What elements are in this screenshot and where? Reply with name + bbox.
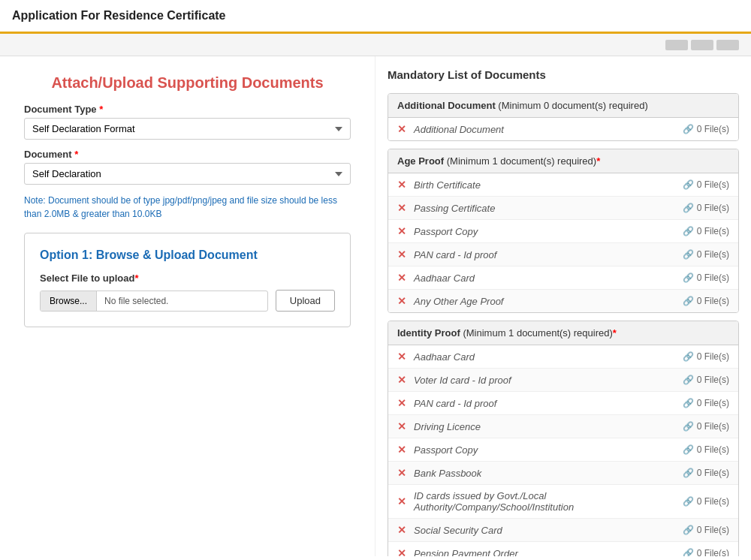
table-row: ✕ Passing Certificate 🔗 0 File(s): [388, 197, 738, 220]
paperclip-icon: 🔗: [683, 179, 694, 190]
doc-name: Any Other Age Proof: [414, 296, 683, 307]
doc-section-2: Identity Proof (Minimum 1 document(s) re…: [388, 321, 739, 556]
paperclip-icon: 🔗: [683, 296, 694, 306]
cross-icon: ✕: [397, 248, 406, 260]
table-row: ✕ Additional Document 🔗 0 File(s): [388, 118, 738, 140]
cross-icon: ✕: [397, 495, 406, 507]
table-row: ✕ ID cards issued by Govt./Local Authori…: [388, 485, 738, 519]
table-row: ✕ Bank Passbook 🔗 0 File(s): [388, 462, 738, 485]
doc-name: PAN card - Id proof: [414, 249, 683, 260]
cross-icon: ✕: [397, 420, 406, 432]
cross-icon: ✕: [397, 202, 406, 214]
upload-button[interactable]: Upload: [276, 290, 335, 312]
note-text: Note: Document should be of type jpg/pdf…: [24, 194, 351, 221]
document-select[interactable]: Self Declaration Other: [24, 163, 351, 185]
file-count: 🔗 0 File(s): [683, 249, 729, 260]
browse-area: Browse... No file selected.: [40, 291, 268, 312]
table-row: ✕ Passport Copy 🔗 0 File(s): [388, 438, 738, 462]
cross-icon: ✕: [397, 123, 406, 135]
document-type-required: *: [99, 104, 103, 115]
file-count: 🔗 0 File(s): [683, 351, 729, 362]
doc-section-1: Age Proof (Minimum 1 document(s) require…: [388, 149, 739, 313]
table-row: ✕ Passport Copy 🔗 0 File(s): [388, 220, 738, 243]
file-count: 🔗 0 File(s): [683, 203, 729, 213]
doc-name: Bank Passbook: [414, 468, 683, 479]
table-row: ✕ PAN card - Id proof 🔗 0 File(s): [388, 243, 738, 266]
right-panel: Mandatory List of Documents Additional D…: [376, 56, 751, 556]
browse-button[interactable]: Browse...: [41, 291, 97, 311]
table-row: ✕ Driving Licence 🔗 0 File(s): [388, 415, 738, 438]
table-row: ✕ Any Other Age Proof 🔗 0 File(s): [388, 290, 738, 312]
file-count: 🔗 0 File(s): [683, 496, 729, 507]
doc-name: Driving Licence: [414, 421, 683, 432]
paperclip-icon: 🔗: [683, 124, 694, 134]
scroll-indicator-2: [691, 40, 713, 50]
upload-box: Option 1: Browse & Upload Document Selec…: [24, 233, 351, 327]
doc-name: Passport Copy: [414, 444, 683, 456]
file-count: 🔗 0 File(s): [683, 296, 729, 306]
doc-name: Passing Certificate: [414, 203, 683, 214]
page-title: Application For Residence Certificate: [12, 9, 739, 23]
main-content: Attach/Upload Supporting Documents Docum…: [0, 56, 751, 556]
document-group: Document * Self Declaration Other: [24, 149, 351, 185]
left-panel: Attach/Upload Supporting Documents Docum…: [0, 56, 376, 556]
file-count: 🔗 0 File(s): [683, 548, 729, 556]
cross-icon: ✕: [397, 524, 406, 536]
cross-icon: ✕: [397, 295, 406, 307]
paperclip-icon: 🔗: [683, 272, 694, 283]
doc-sections-container: Additional Document (Minimum 0 document(…: [388, 93, 739, 556]
paperclip-icon: 🔗: [683, 444, 694, 455]
doc-name: Pension Payment Order: [414, 548, 683, 557]
table-row: ✕ Aadhaar Card 🔗 0 File(s): [388, 345, 738, 369]
table-row: ✕ Pension Payment Order 🔗 0 File(s): [388, 542, 738, 556]
doc-name: Voter Id card - Id proof: [414, 375, 683, 386]
document-type-label: Document Type *: [24, 104, 351, 115]
top-bar: Application For Residence Certificate: [0, 0, 751, 34]
file-count: 🔗 0 File(s): [683, 124, 729, 134]
doc-name: Social Security Card: [414, 525, 683, 536]
mandatory-list-heading: Mandatory List of Documents: [388, 68, 739, 86]
upload-box-heading: Option 1: Browse & Upload Document: [40, 248, 335, 262]
file-placeholder: No file selected.: [97, 291, 176, 311]
paperclip-icon: 🔗: [683, 375, 694, 385]
file-count: 🔗 0 File(s): [683, 444, 729, 455]
table-row: ✕ Voter Id card - Id proof 🔗 0 File(s): [388, 369, 738, 392]
cross-icon: ✕: [397, 467, 406, 479]
cross-icon: ✕: [397, 225, 406, 237]
doc-name: ID cards issued by Govt./Local Authority…: [414, 490, 683, 513]
file-count: 🔗 0 File(s): [683, 421, 729, 432]
scroll-indicator-1: [665, 40, 688, 50]
doc-name: PAN card - Id proof: [414, 398, 683, 409]
cross-icon: ✕: [397, 397, 406, 409]
paperclip-icon: 🔗: [683, 548, 694, 556]
table-row: ✕ PAN card - Id proof 🔗 0 File(s): [388, 392, 738, 415]
paperclip-icon: 🔗: [683, 226, 694, 236]
doc-section-header-2: Identity Proof (Minimum 1 document(s) re…: [388, 321, 738, 345]
doc-name: Additional Document: [414, 124, 683, 135]
document-type-group: Document Type * Self Declaration Format …: [24, 104, 351, 140]
file-label-required: *: [134, 272, 138, 284]
cross-icon: ✕: [397, 444, 406, 456]
table-row: ✕ Social Security Card 🔗 0 File(s): [388, 519, 738, 542]
scroll-hint-bar: [0, 34, 751, 56]
file-label: Select File to upload*: [40, 272, 335, 284]
file-count: 🔗 0 File(s): [683, 272, 729, 283]
table-row: ✕ Aadhaar Card 🔗 0 File(s): [388, 266, 738, 290]
doc-section-0: Additional Document (Minimum 0 document(…: [388, 93, 739, 141]
paperclip-icon: 🔗: [683, 203, 694, 213]
doc-name: Birth Certificate: [414, 179, 683, 191]
paperclip-icon: 🔗: [683, 398, 694, 408]
file-count: 🔗 0 File(s): [683, 375, 729, 385]
file-count: 🔗 0 File(s): [683, 398, 729, 408]
table-row: ✕ Birth Certificate 🔗 0 File(s): [388, 173, 738, 197]
file-count: 🔗 0 File(s): [683, 525, 729, 535]
paperclip-icon: 🔗: [683, 249, 694, 260]
cross-icon: ✕: [397, 179, 406, 191]
upload-section-heading: Attach/Upload Supporting Documents: [24, 74, 351, 92]
paperclip-icon: 🔗: [683, 468, 694, 478]
paperclip-icon: 🔗: [683, 421, 694, 432]
doc-section-header-0: Additional Document (Minimum 0 document(…: [388, 94, 738, 118]
file-count: 🔗 0 File(s): [683, 179, 729, 190]
document-type-select[interactable]: Self Declaration Format Other: [24, 118, 351, 140]
document-label: Document *: [24, 149, 351, 160]
